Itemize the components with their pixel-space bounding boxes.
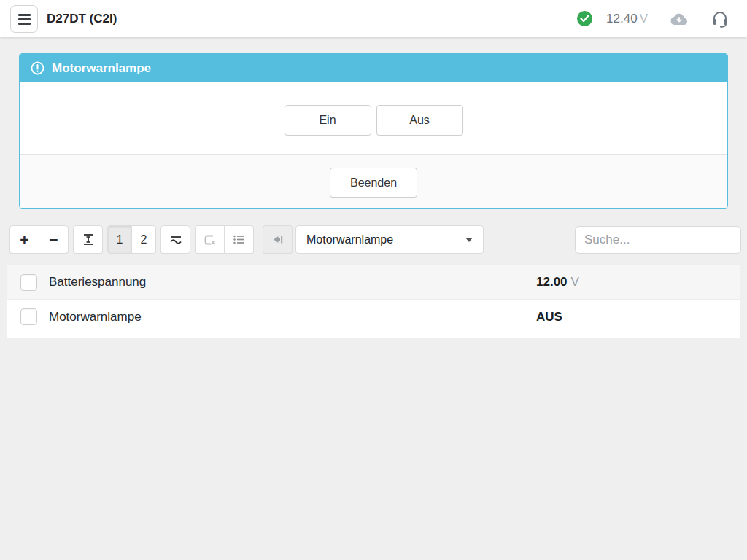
zoom-in-button[interactable]: + <box>9 225 39 254</box>
selection-button-group <box>195 225 254 254</box>
headset-icon[interactable] <box>712 10 728 28</box>
arrow-left-to-bar-icon <box>272 234 284 245</box>
page-button-group: 1 2 <box>107 225 156 254</box>
aus-button[interactable]: Aus <box>376 105 463 136</box>
hamburger-icon <box>18 14 31 16</box>
beenden-button[interactable]: Beenden <box>330 168 417 198</box>
page-2-button[interactable]: 2 <box>131 225 156 254</box>
fit-height-button[interactable] <box>73 225 103 254</box>
row-unit: V <box>571 275 579 289</box>
waveform-button[interactable] <box>160 225 190 254</box>
panel-body: Ein Aus <box>20 82 727 154</box>
topbar-status-area: 12.40V <box>577 0 728 37</box>
row-value: 12.00V <box>536 275 579 289</box>
ein-button[interactable]: Ein <box>285 105 371 136</box>
actuator-select-dropdown[interactable]: Motorwarnlampe <box>295 225 484 254</box>
menu-button[interactable] <box>10 5 38 33</box>
row-value: AUS <box>536 310 566 324</box>
measurement-toolbar: + − 1 2 <box>9 225 741 254</box>
status-ok-check-icon <box>577 11 592 26</box>
vehicle-title: D27DT (C2I) <box>47 0 117 37</box>
waveform-icon <box>169 235 182 244</box>
dropdown-selected-value: Motorwarnlampe <box>306 233 393 246</box>
battery-voltage-indicator: 12.40V <box>606 12 648 26</box>
measurement-table: Batteriespannung 12.00V Motorwarnlampe A… <box>7 265 740 338</box>
cloud-download-icon[interactable] <box>670 12 689 26</box>
list-button[interactable] <box>224 225 254 254</box>
clear-selection-button[interactable] <box>195 225 225 254</box>
page-1-button[interactable]: 1 <box>107 225 132 254</box>
collapse-left-button[interactable] <box>263 225 293 254</box>
row-label: Batteriespannung <box>49 275 146 289</box>
zoom-out-button[interactable]: − <box>39 225 69 254</box>
table-row-batteriespannung: Batteriespannung 12.00V <box>7 265 740 300</box>
table-row-motorwarnlampe: Motorwarnlampe AUS <box>7 300 740 334</box>
panel-header: Motorwarnlampe <box>20 54 727 82</box>
actuator-panel: Motorwarnlampe Ein Aus Beenden <box>19 53 728 209</box>
alert-circle-icon <box>31 61 44 75</box>
chevron-down-icon <box>465 238 473 242</box>
panel-title: Motorwarnlampe <box>52 61 151 76</box>
top-bar: D27DT (C2I) 12.40V <box>0 0 747 37</box>
row-checkbox[interactable] <box>20 274 37 291</box>
list-icon <box>233 234 245 245</box>
search-input[interactable] <box>575 226 741 254</box>
voltage-unit: V <box>640 12 648 26</box>
row-checkbox[interactable] <box>20 308 37 325</box>
fit-height-icon <box>82 233 94 246</box>
row-label: Motorwarnlampe <box>49 310 142 324</box>
clear-selection-icon <box>204 234 216 246</box>
zoom-button-group: + − <box>9 225 69 254</box>
voltage-value: 12.40 <box>606 12 638 26</box>
panel-footer: Beenden <box>20 154 727 208</box>
